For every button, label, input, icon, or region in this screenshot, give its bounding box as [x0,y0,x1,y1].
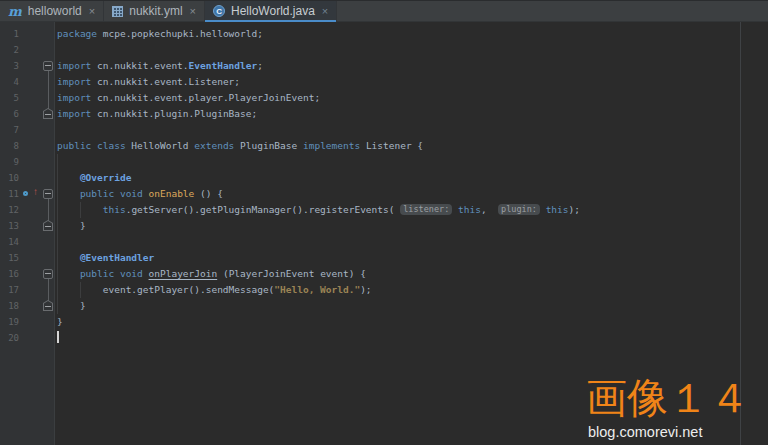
code-editor[interactable]: 1package mcpe.popkechupki.helloworld;23i… [0,22,768,445]
code-line-4[interactable]: 4import cn.nukkit.event.Listener; [0,74,768,90]
line-number: 2 [0,42,19,58]
line-number: 14 [0,234,19,250]
close-tab-icon[interactable]: × [190,6,196,17]
code-line-14[interactable]: 14 [0,234,768,250]
tab-label: HelloWorld.java [231,4,315,18]
code-line-1[interactable]: 1package mcpe.popkechupki.helloworld; [0,26,768,42]
line-number: 12 [0,202,19,218]
tab-nukkit-yml[interactable]: nukkit.yml × [104,1,205,21]
line-number: 20 [0,330,19,346]
close-tab-icon[interactable]: × [322,6,328,17]
line-number: 10 [0,170,19,186]
line-number: 6 [0,106,19,122]
code-line-6[interactable]: 6import cn.nukkit.plugin.PluginBase; [0,106,768,122]
fold-end-icon[interactable] [43,300,53,311]
fold-range-line [48,71,49,109]
code-line-12[interactable]: 12 this.getServer().getPluginManager().r… [0,202,768,218]
tab-label: nukkit.yml [129,4,182,18]
line-number: 7 [0,122,19,138]
code-line-13[interactable]: 13 } [0,218,768,234]
code-line-19[interactable]: 19} [0,314,768,330]
code-line-9[interactable]: 9 [0,154,768,170]
line-number: 18 [0,298,19,314]
line-number: 15 [0,250,19,266]
line-number: 19 [0,314,19,330]
tab-helloworld-java[interactable]: C HelloWorld.java × [205,1,337,21]
close-tab-icon[interactable]: × [89,6,95,17]
line-number: 5 [0,90,19,106]
java-class-icon: C [213,5,225,17]
editor-tab-bar: m helloworld × nukkit.yml × C HelloWorld… [0,0,768,22]
code-line-15[interactable]: 15 @EventHandler [0,250,768,266]
line-number: 4 [0,74,19,90]
code-line-3[interactable]: 3import cn.nukkit.event.EventHandler; [0,58,768,74]
fold-start-icon[interactable] [43,61,53,71]
code-line-10[interactable]: 10 @Override [0,170,768,186]
override-arrow-icon: ↑ [33,187,38,197]
ide-window: m helloworld × nukkit.yml × C HelloWorld… [0,0,768,445]
text-caret [57,331,59,343]
maven-module-icon: m [8,5,22,18]
line-number: 8 [0,138,19,154]
parameter-hint: listener: [400,204,452,215]
line-number: 13 [0,218,19,234]
fold-start-icon[interactable] [43,189,53,199]
code-line-2[interactable]: 2 [0,42,768,58]
code-line-20[interactable]: 20 [0,330,768,346]
fold-end-icon[interactable] [43,220,53,231]
code-line-8[interactable]: 8public class HelloWorld extends PluginB… [0,138,768,154]
fold-end-icon[interactable] [43,108,53,119]
line-number: 9 [0,154,19,170]
code-line-7[interactable]: 7 [0,122,768,138]
override-method-gutter-icon[interactable]: ↑ [23,189,42,200]
code-line-11[interactable]: 11↑ public void onEnable () { [0,186,768,202]
yaml-table-icon [112,6,123,17]
fold-start-icon[interactable] [43,269,53,279]
line-number: 11 [0,186,19,202]
override-ring-icon [23,191,28,196]
tab-helloworld[interactable]: m helloworld × [0,1,104,21]
line-number: 16 [0,266,19,282]
line-number: 3 [0,58,19,74]
tab-label: helloworld [28,4,82,18]
code-line-18[interactable]: 18 } [0,298,768,314]
code-line-16[interactable]: 16 public void onPlayerJoin (PlayerJoinE… [0,266,768,282]
watermark-url: blog.comorevi.net [588,424,702,440]
code-line-5[interactable]: 5import cn.nukkit.event.player.PlayerJoi… [0,90,768,106]
watermark-title: 画像１４ [586,375,750,422]
line-number: 1 [0,26,19,42]
line-number: 17 [0,282,19,298]
code-line-17[interactable]: 17 event.getPlayer().sendMessage("Hello,… [0,282,768,298]
parameter-hint: plugin: [498,204,540,215]
